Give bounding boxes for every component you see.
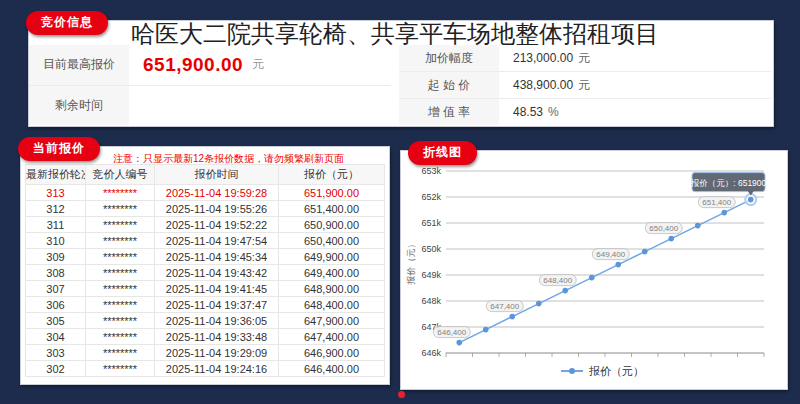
bid-table: 最新报价轮次 竞价人编号 报价时间 报价（元） 313********2025-… [25, 164, 385, 377]
cell-time: 2025-11-04 19:59:28 [155, 185, 279, 201]
bid-point[interactable] [748, 197, 754, 203]
col-bidder: 竞价人编号 [86, 165, 155, 185]
cell-bidder: ******** [86, 345, 155, 361]
y-tick-label: 648k [421, 296, 441, 306]
table-row: 305********2025-11-04 19:36:05647,900.00 [26, 313, 385, 329]
point-label: 649,400 [596, 250, 625, 259]
cell-bidder: ******** [86, 281, 155, 297]
cell-time: 2025-11-04 19:36:05 [155, 313, 279, 329]
cell-bidder: ******** [86, 201, 155, 217]
chart-tooltip-text: 报价（元）: 651900 [690, 178, 767, 188]
remaining-time-label: 剩余时间 [29, 86, 129, 126]
start-price-row: 起 始 价 438,900.00 元 [399, 72, 771, 99]
bid-info-badge: 竞价信息 [26, 11, 108, 35]
col-round: 最新报价轮次 [26, 165, 86, 185]
table-row: 308********2025-11-04 19:43:42649,400.00 [26, 265, 385, 281]
svg-text:报价（元）: 报价（元） [589, 365, 644, 377]
table-row: 310********2025-11-04 19:47:54650,400.00 [26, 233, 385, 249]
bid-point[interactable] [695, 223, 701, 229]
cell-price: 647,900.00 [279, 313, 385, 329]
cell-time: 2025-11-04 19:29:09 [155, 345, 279, 361]
bid-line [459, 200, 751, 343]
cell-time: 2025-11-04 19:45:34 [155, 249, 279, 265]
bid-point[interactable] [509, 314, 515, 320]
bid-table-body: 313********2025-11-04 19:59:28651,900.00… [26, 185, 385, 377]
cell-round: 303 [26, 345, 86, 361]
cell-bidder: ******** [86, 313, 155, 329]
cell-bidder: ******** [86, 249, 155, 265]
bid-point[interactable] [456, 340, 462, 346]
rate-row: 增 值 率 48.53 % [399, 99, 771, 125]
cell-time: 2025-11-04 19:43:42 [155, 265, 279, 281]
project-title: 哈医大二院共享轮椅、共享平车场地整体招租项目 [131, 18, 659, 50]
bid-point[interactable] [483, 327, 489, 333]
highest-bid-row: 目前最高报价 651,900.00 元 [29, 45, 391, 86]
legend-line-series[interactable]: 报价（元） [561, 365, 644, 377]
bid-point[interactable] [589, 275, 595, 281]
bid-point[interactable] [536, 301, 542, 307]
cell-time: 2025-11-04 19:52:22 [155, 217, 279, 233]
y-tick-label: 651k [421, 218, 441, 228]
red-dot-indicator [398, 391, 405, 398]
start-price-unit: 元 [578, 77, 590, 94]
cell-bidder: ******** [86, 217, 155, 233]
table-row: 307********2025-11-04 19:41:45648,900.00 [26, 281, 385, 297]
price-params-block: 加价幅度 213,000.00 元 起 始 价 438,900.00 元 增 值… [399, 45, 771, 125]
highest-bid-block: 目前最高报价 651,900.00 元 剩余时间 [29, 45, 391, 125]
cell-time: 2025-11-04 19:33:48 [155, 329, 279, 345]
table-row: 311********2025-11-04 19:52:22650,900.00 [26, 217, 385, 233]
cell-round: 312 [26, 201, 86, 217]
cell-round: 304 [26, 329, 86, 345]
cell-price: 648,900.00 [279, 281, 385, 297]
cell-price: 651,900.00 [279, 185, 385, 201]
table-row: 309********2025-11-04 19:45:34649,900.00 [26, 249, 385, 265]
increment-value: 213,000.00 [513, 51, 573, 65]
cell-price: 646,400.00 [279, 361, 385, 377]
highest-bid-value: 651,900.00 [143, 54, 243, 76]
current-bids-badge: 当前报价 [18, 137, 100, 161]
y-tick-label: 649k [421, 270, 441, 280]
rate-label: 增 值 率 [399, 99, 499, 125]
cell-price: 649,900.00 [279, 249, 385, 265]
cell-price: 649,400.00 [279, 265, 385, 281]
cell-round: 302 [26, 361, 86, 377]
rate-unit: % [548, 105, 559, 119]
cell-round: 308 [26, 265, 86, 281]
table-row: 303********2025-11-04 19:29:09646,900.00 [26, 345, 385, 361]
point-label: 646,400 [437, 328, 466, 337]
cell-round: 307 [26, 281, 86, 297]
bid-line-chart: 646k647k648k649k650k651k652k653k报价（元）646… [401, 151, 785, 387]
col-price: 报价（元） [279, 165, 385, 185]
cell-bidder: ******** [86, 361, 155, 377]
highest-bid-unit: 元 [252, 56, 264, 73]
point-label: 651,400 [702, 198, 731, 207]
bid-point[interactable] [668, 236, 674, 242]
current-bids-panel: 当前报价 注意：只显示最新12条报价数据，请勿频繁刷新页面 最新报价轮次 竞价人… [20, 146, 390, 385]
bid-point[interactable] [562, 288, 568, 294]
y-axis-title: 报价（元） [406, 240, 416, 286]
bid-point[interactable] [721, 210, 727, 216]
cell-price: 651,400.00 [279, 201, 385, 217]
cell-time: 2025-11-04 19:55:26 [155, 201, 279, 217]
rate-value: 48.53 [513, 105, 543, 119]
point-label: 650,400 [649, 224, 678, 233]
start-price-label: 起 始 价 [399, 72, 499, 98]
cell-time: 2025-11-04 19:37:47 [155, 297, 279, 313]
cell-price: 646,900.00 [279, 345, 385, 361]
bid-point[interactable] [615, 262, 621, 268]
y-tick-label: 650k [421, 244, 441, 254]
cell-price: 648,400.00 [279, 297, 385, 313]
table-row: 312********2025-11-04 19:55:26651,400.00 [26, 201, 385, 217]
bid-point[interactable] [642, 249, 648, 255]
table-row: 306********2025-11-04 19:37:47648,400.00 [26, 297, 385, 313]
col-time: 报价时间 [155, 165, 279, 185]
point-label: 648,400 [543, 276, 572, 285]
cell-round: 305 [26, 313, 86, 329]
cell-round: 306 [26, 297, 86, 313]
cell-price: 650,400.00 [279, 233, 385, 249]
cell-round: 313 [26, 185, 86, 201]
cell-time: 2025-11-04 19:24:16 [155, 361, 279, 377]
remaining-time-row: 剩余时间 [29, 86, 391, 126]
line-chart-badge: 折线图 [408, 141, 477, 165]
start-price-value: 438,900.00 [513, 78, 573, 92]
